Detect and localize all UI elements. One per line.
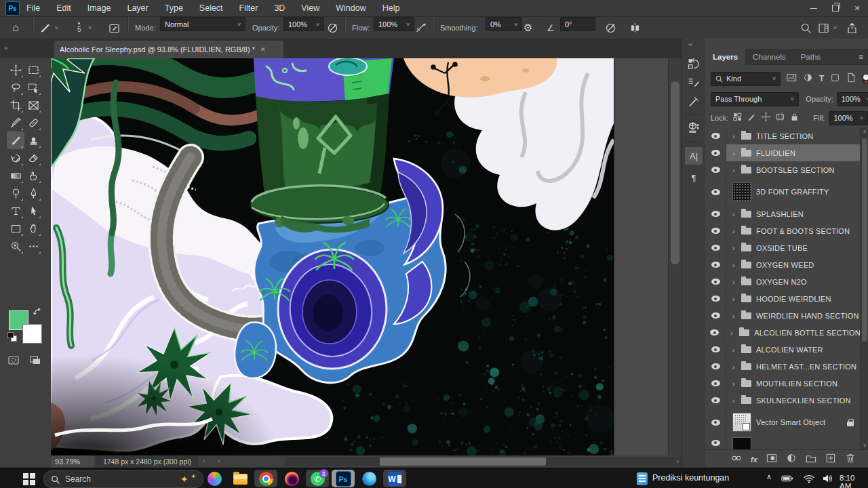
taskbar-edge[interactable] — [357, 470, 380, 487]
visibility-toggle[interactable] — [705, 222, 726, 239]
fill-select[interactable]: 100%∨ — [829, 111, 868, 125]
visibility-toggle[interactable] — [705, 436, 726, 449]
layer-row[interactable]: ›OXYGEN N2O — [705, 273, 861, 291]
taskbar-clock[interactable]: 8:10 AM — [840, 474, 868, 488]
layer-row[interactable]: ›SKULNECKLIEN SECTION — [705, 392, 861, 409]
toggle-brush-panel-icon[interactable] — [108, 17, 120, 39]
expand-chevron-icon[interactable]: › — [732, 396, 736, 405]
zoom-level-field[interactable]: 93.79% — [51, 455, 94, 468]
paint-symmetry-icon[interactable] — [629, 17, 641, 39]
canvas-vertical-scrollbar[interactable] — [668, 58, 682, 455]
visibility-toggle[interactable] — [705, 127, 726, 144]
layer-style-icon[interactable]: fx — [751, 455, 757, 464]
expand-chevron-icon[interactable]: › — [732, 261, 736, 269]
tool-healing-brush[interactable] — [24, 114, 42, 131]
new-adjustment-layer-icon[interactable] — [786, 453, 797, 466]
brush-angle-input[interactable]: 0° — [560, 17, 595, 31]
taskbar-word[interactable]: W — [383, 470, 406, 487]
pressure-size-icon[interactable] — [605, 17, 616, 39]
layer-row[interactable]: ›HELMET AST...EN SECTION — [705, 358, 861, 375]
home-icon[interactable]: ⌂ — [12, 22, 19, 34]
layer-row[interactable]: ›MOUTHLIEN SECTION — [705, 375, 861, 392]
flow-select[interactable]: 100%∨ — [374, 17, 414, 31]
canvas-horizontal-scrollbar[interactable]: › — [285, 457, 682, 466]
layer-thumbnail[interactable] — [732, 437, 751, 449]
restore-button[interactable] — [825, 0, 846, 16]
layer-row[interactable]: ›BOOTSLEG SECTION — [705, 161, 861, 179]
visibility-toggle[interactable] — [705, 290, 726, 307]
tab-layers[interactable]: Layers — [705, 49, 745, 65]
expand-chevron-icon[interactable]: › — [732, 244, 736, 252]
character-panel-icon[interactable]: A| — [685, 147, 703, 165]
tool-brush[interactable] — [7, 131, 24, 149]
pressure-opacity-icon[interactable] — [327, 17, 338, 39]
expand-chevron-icon[interactable]: › — [732, 346, 736, 354]
visibility-toggle[interactable] — [705, 375, 726, 392]
tool-lasso[interactable] — [7, 79, 24, 96]
wifi-icon[interactable] — [803, 474, 815, 486]
filter-shape-layers-icon[interactable] — [830, 73, 840, 85]
add-mask-icon[interactable] — [766, 453, 777, 466]
taskbar-firefox[interactable] — [280, 470, 303, 487]
widget-headline[interactable]: Prediksi keuntungan — [652, 473, 729, 483]
speaker-icon[interactable] — [822, 474, 834, 486]
start-button[interactable] — [23, 473, 35, 485]
screen-mode-button[interactable] — [28, 354, 43, 368]
taskbar-file-explorer[interactable] — [229, 470, 252, 487]
lock-all-icon[interactable] — [789, 112, 800, 125]
layers-opacity-select[interactable]: 100%∨ — [837, 92, 868, 106]
tool-dodge[interactable] — [7, 184, 24, 202]
lock-artboard-icon[interactable] — [775, 112, 785, 125]
scroll-up-icon[interactable]: ∧ — [861, 129, 868, 134]
layers-scrollbar[interactable]: ∧ ∨ — [860, 127, 868, 449]
taskbar-search[interactable]: Search ✦ ✦ — [43, 470, 203, 488]
taskbar-widgets[interactable] — [631, 470, 654, 487]
tool-slice[interactable] — [24, 96, 42, 114]
layer-row[interactable]: ›TITLE SECTION — [705, 127, 861, 145]
menu-image[interactable]: Image — [87, 3, 111, 13]
expand-chevron-icon[interactable]: › — [732, 227, 736, 235]
3d-materials-panel-icon[interactable] — [685, 119, 703, 136]
layer-row[interactable]: 3D FONT GRAFFITY — [705, 178, 861, 206]
expand-chevron-icon[interactable]: › — [730, 329, 734, 337]
tool-zoom[interactable] — [7, 237, 24, 255]
canvas-viewport[interactable] — [51, 58, 614, 455]
close-button[interactable]: ✕ — [846, 0, 868, 16]
tool-pen[interactable] — [24, 184, 42, 202]
menu-view[interactable]: View — [301, 3, 319, 13]
vertical-scroll-thumb[interactable] — [671, 81, 679, 264]
filter-type-layers-icon[interactable]: T — [819, 74, 824, 83]
visibility-toggle[interactable] — [705, 144, 726, 161]
visibility-toggle[interactable] — [705, 239, 726, 256]
tool-marquee[interactable] — [24, 61, 42, 79]
tab-close-icon[interactable]: ✕ — [260, 46, 266, 53]
menu-help[interactable]: Help — [382, 3, 400, 13]
visibility-toggle[interactable] — [705, 341, 726, 358]
new-layer-icon[interactable] — [825, 453, 836, 466]
layers-scroll-thumb[interactable] — [862, 138, 867, 342]
brush-size-picker[interactable]: 5 ∨ — [77, 17, 92, 39]
visibility-toggle[interactable] — [705, 273, 726, 290]
tool-preset-icon[interactable]: ∨ — [39, 17, 58, 39]
tool-eraser[interactable] — [24, 149, 42, 167]
layer-row[interactable]: ›OXYGEN WEED — [705, 256, 861, 274]
layer-row[interactable]: ›ALCOLIEN BOTTLE SECTION — [705, 324, 861, 342]
tool-path-selection[interactable] — [24, 202, 42, 220]
expand-chevron-icon[interactable]: › — [732, 380, 736, 388]
layer-row-partial[interactable] — [705, 436, 861, 449]
tool-clone-stamp[interactable] — [24, 131, 42, 149]
layer-row[interactable]: Vector Smart Object — [705, 409, 861, 436]
filter-smart-objects-icon[interactable] — [846, 73, 856, 85]
menu-layer[interactable]: Layer — [127, 3, 148, 13]
filtering-toggle[interactable] — [863, 74, 868, 84]
layer-row[interactable]: ›SPLASHLIEN — [705, 205, 861, 223]
brushes-panel-icon[interactable] — [685, 93, 703, 110]
tool-eyedropper[interactable] — [7, 114, 24, 131]
menu-window[interactable]: Window — [336, 3, 366, 13]
expand-chevron-icon[interactable]: › — [732, 278, 736, 286]
tool-hand[interactable] — [24, 220, 42, 237]
menu-file[interactable]: File — [26, 3, 40, 13]
photoshop-app-icon[interactable]: Ps — [5, 1, 20, 16]
tool-object-selection[interactable] — [24, 79, 42, 96]
layer-row[interactable]: ›ALCOLIEN WATER — [705, 341, 861, 359]
